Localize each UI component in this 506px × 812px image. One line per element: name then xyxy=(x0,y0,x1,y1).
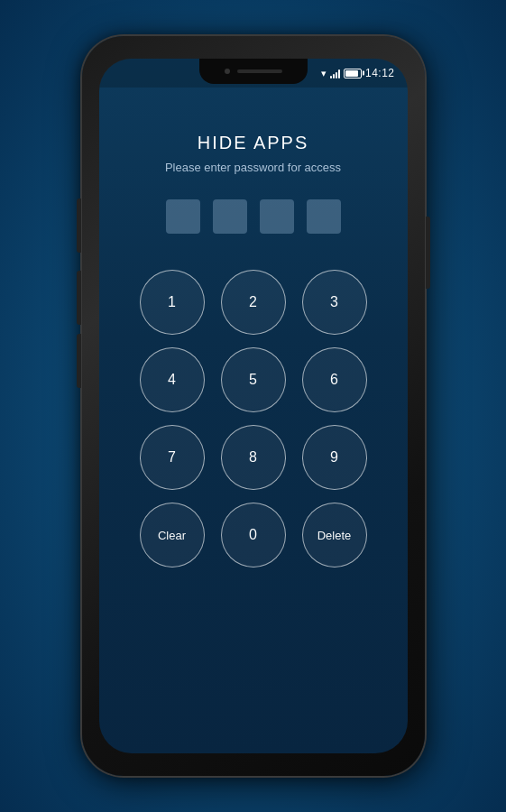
key-1-button[interactable]: 1 xyxy=(140,270,205,335)
wifi-icon: ▾ xyxy=(321,68,327,79)
key-8-button[interactable]: 8 xyxy=(221,425,286,490)
key-6-button[interactable]: 6 xyxy=(302,347,367,412)
page-title: HIDE APPS xyxy=(198,133,309,153)
keypad: 1 2 3 4 5 6 7 8 9 Clear 0 Delete xyxy=(140,270,367,567)
key-5-button[interactable]: 5 xyxy=(221,347,286,412)
keypad-row-4: Clear 0 Delete xyxy=(140,503,367,567)
keypad-row-3: 7 8 9 xyxy=(140,425,367,490)
key-delete-button[interactable]: Delete xyxy=(302,503,367,567)
battery-icon xyxy=(344,69,362,78)
page-subtitle: Please enter password for access xyxy=(165,161,341,174)
key-9-button[interactable]: 9 xyxy=(302,425,367,490)
password-indicators xyxy=(166,199,341,234)
pass-slot-4 xyxy=(307,199,341,234)
pass-slot-3 xyxy=(260,199,294,234)
status-icons: ▾ 14:12 xyxy=(321,67,395,79)
key-clear-button[interactable]: Clear xyxy=(140,503,205,567)
key-3-button[interactable]: 3 xyxy=(302,270,367,335)
keypad-row-2: 4 5 6 xyxy=(140,347,367,412)
phone-notch xyxy=(199,59,308,84)
pass-slot-1 xyxy=(166,199,200,234)
signal-icon xyxy=(330,68,340,78)
status-time: 14:12 xyxy=(365,67,395,79)
key-4-button[interactable]: 4 xyxy=(140,347,205,412)
phone-screen: ▾ 14:12 HIDE APPS Please enter password xyxy=(99,59,408,753)
pass-slot-2 xyxy=(213,199,247,234)
key-0-button[interactable]: 0 xyxy=(221,503,286,567)
key-2-button[interactable]: 2 xyxy=(221,270,286,335)
phone-frame: ▾ 14:12 HIDE APPS Please enter password xyxy=(82,36,425,776)
camera-dot xyxy=(225,69,230,74)
main-content: HIDE APPS Please enter password for acce… xyxy=(99,88,408,753)
keypad-row-1: 1 2 3 xyxy=(140,270,367,335)
key-7-button[interactable]: 7 xyxy=(140,425,205,490)
speaker-grille xyxy=(237,69,282,73)
